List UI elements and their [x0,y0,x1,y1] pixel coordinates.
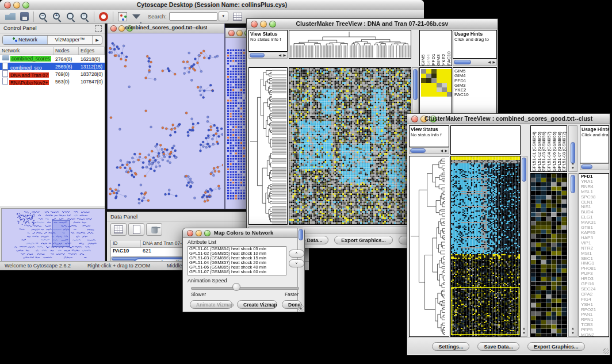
save-icon[interactable] [17,11,31,22]
scrollbar-thumb[interactable] [581,164,592,169]
vizmapper-icon[interactable] [116,11,129,22]
scrollbar-thumb[interactable] [522,158,526,182]
matrix-cell[interactable] [437,78,442,83]
zoom-heatmap-canvas[interactable] [531,174,567,336]
scroll-up-icon[interactable]: ▲ [521,326,527,331]
matrix-cell[interactable] [426,87,431,92]
matrix-cell[interactable] [421,78,426,83]
matrix-cell[interactable] [442,83,447,87]
scroll-left-icon[interactable]: ◀ [278,53,281,58]
column-label[interactable]: GPL51-07 (GSM868) [557,126,562,171]
matrix-cell[interactable] [442,78,447,83]
network-list-row[interactable]: combined_scores2764(0)16218(0) [0,55,105,63]
network-overview[interactable] [1,208,105,262]
gene-label[interactable]: PUF3 [581,271,609,277]
gene-label[interactable]: MSI1 [581,251,609,256]
scroll-down-icon[interactable]: ▼ [569,331,577,335]
matrix-cell[interactable] [442,69,447,74]
gene-label[interactable]: BUD4 [581,210,609,215]
speed-slider-thumb[interactable] [232,283,240,291]
scroll-down-icon[interactable]: ▼ [569,166,577,170]
network-list-row[interactable]: combined_sco2569(6)13112(15) [0,63,105,70]
network-list-row[interactable]: DNA and Tran 07769(0)183728(0) [0,70,105,78]
column-dendrogram[interactable] [450,125,521,155]
gene-label[interactable]: GIM4 [454,74,496,78]
gene-label[interactable]: ELG1 [581,215,609,220]
gene-label[interactable]: VIP1 [581,241,609,246]
matrix-cell[interactable] [421,69,426,74]
scroll-down-icon[interactable]: ▼ [521,331,527,335]
gene-label[interactable]: PAC10 [454,93,496,97]
gene-label[interactable]: PEP5 [581,328,609,333]
network-view-window[interactable]: combined_scores_good.txt--cluste... [107,24,225,209]
minimize-button[interactable] [236,30,243,36]
column-label[interactable]: GPL51-04 (GSM857) [546,126,552,171]
scroll-up-icon[interactable]: ▲ [569,326,577,331]
zoom-vscrollbar[interactable]: ▲ ▼ [568,173,577,337]
scroll-up-icon[interactable]: ▲ [569,161,577,166]
attribute-item[interactable]: GPL51-07 (GSM868) heat shock 60 min [188,270,286,274]
column-label[interactable]: GPL51-06 (GSM865) [552,126,557,171]
network-canvas[interactable] [108,33,223,209]
gene-label[interactable]: CLN1 [581,200,609,205]
column-dendrogram[interactable] [289,30,411,59]
gene-label[interactable]: TCB3 [581,323,609,328]
zoom-fit-icon[interactable] [64,11,78,22]
column-label[interactable]: GPL51-03 (GSM856) [541,126,546,171]
matrix-cell[interactable] [431,92,437,97]
matrix-cell[interactable] [447,92,452,97]
close-button[interactable] [4,2,11,9]
matrix-cell[interactable] [421,74,426,78]
column-label[interactable]: GPL51-01 (GSM854) [531,126,537,171]
network-window-titlebar[interactable]: combined_scores_good.txt--cluste... [108,24,224,33]
scrollbar-thumb[interactable] [454,60,471,64]
scroll-right-icon[interactable]: ▶ [492,60,495,65]
usage-hints-hscrollbar[interactable]: ◀ ▶ [453,59,497,66]
matrix-cell[interactable] [431,74,437,78]
close-button[interactable] [251,21,258,28]
create-vizmap-button[interactable]: Create Vizmap [237,300,277,309]
open-folder-icon[interactable] [3,11,17,22]
row-dendrogram[interactable] [248,67,288,225]
gene-label[interactable]: GIM5 [454,69,496,74]
trash-icon[interactable] [146,223,162,236]
treeview1-titlebar[interactable]: ClusterMaker TreeView : DNA and Tran 07-… [247,19,498,29]
matrix-cell[interactable] [437,83,442,87]
close-button[interactable] [228,30,235,36]
matrix-cell[interactable] [426,74,431,78]
resize-grip[interactable] [298,305,304,311]
matrix-cell[interactable] [421,83,426,87]
search-input[interactable] [169,12,217,21]
search-dropdown-button[interactable]: ▼ [219,12,228,21]
gene-label[interactable]: MSL1 [581,190,609,195]
gene-label[interactable]: HMG1 [581,261,609,266]
heatmap-global-view[interactable] [289,67,411,225]
network-list-row[interactable]: RNAPuberNov2+563(0)107847(0) [0,78,105,85]
matrix-cell[interactable] [431,69,437,74]
gene-label[interactable]: PFD1 [454,79,496,83]
overview-canvas[interactable] [2,209,104,260]
scrollbar-thumb[interactable] [571,175,575,193]
gene-label[interactable]: HRD3 [581,277,609,282]
scrollbar-thumb[interactable] [413,69,418,100]
heatmap-global-view[interactable] [450,156,521,337]
gene-label[interactable]: PHO81 [581,266,609,271]
tab-vizmapper[interactable]: VizMapper™ [48,36,93,44]
tab-overflow-button[interactable]: ▶ [93,36,102,44]
filter-icon[interactable] [129,11,143,22]
save-data-button[interactable]: Save Data... [477,342,519,351]
gene-label[interactable]: SEC1 [581,256,609,262]
matrix-cell[interactable] [442,92,447,97]
move-up-button[interactable]: ∧ [289,250,304,258]
row-dendrogram-canvas[interactable] [249,68,287,224]
column-label[interactable]: PFD1 [431,30,436,66]
column-dendrogram-canvas[interactable] [289,30,411,58]
gene-label[interactable]: NTR2 [581,246,609,251]
scrollbar-thumb[interactable] [299,229,303,240]
gene-label[interactable]: PFD1 [581,174,609,179]
matrix-cell[interactable] [447,74,452,78]
close-button[interactable] [411,116,418,122]
minimize-button[interactable] [118,25,125,32]
settings-button[interactable]: Settings... [432,342,469,351]
animate-vizmap-button[interactable]: Animate Vizmap [190,300,232,309]
